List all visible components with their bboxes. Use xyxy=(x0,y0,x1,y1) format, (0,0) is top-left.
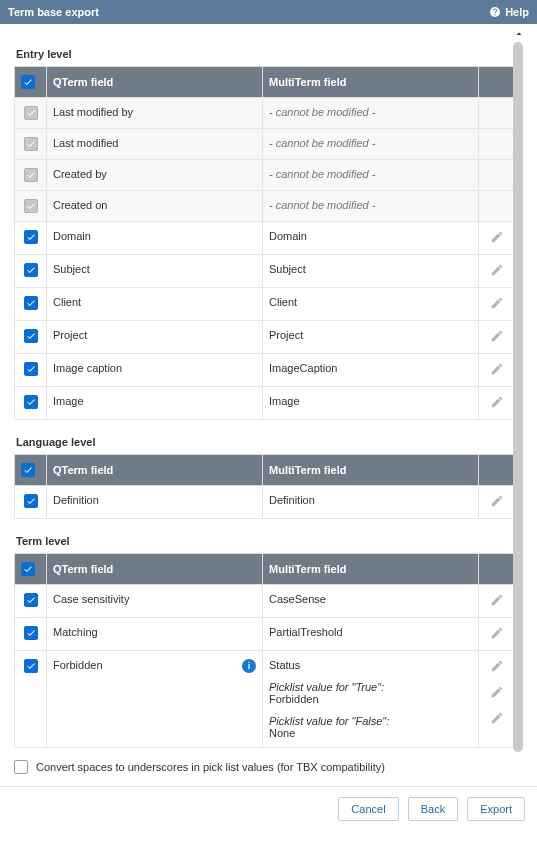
multi-cell: CaseSense xyxy=(269,593,326,605)
row-checkbox xyxy=(24,168,38,182)
multi-cell: - cannot be modified - xyxy=(269,199,375,211)
section-title-language: Language level xyxy=(16,436,515,448)
multi-cell: - cannot be modified - xyxy=(269,168,375,180)
edit-icon[interactable] xyxy=(490,267,504,279)
row-checkbox xyxy=(24,137,38,151)
multi-cell: Status xyxy=(269,659,300,671)
table-row: ImageImage xyxy=(15,387,515,420)
edit-icon[interactable] xyxy=(490,663,504,675)
edit-icon[interactable] xyxy=(490,715,504,727)
table-row: MatchingPartialTreshold xyxy=(15,618,515,651)
qterm-cell: Definition xyxy=(47,486,263,519)
edit-icon[interactable] xyxy=(490,399,504,411)
row-checkbox xyxy=(24,106,38,120)
edit-icon[interactable] xyxy=(490,366,504,378)
multi-cell: ImageCaption xyxy=(269,362,338,374)
qterm-cell: Client xyxy=(47,288,263,321)
table-row: Case sensitivityCaseSense xyxy=(15,585,515,618)
col-qterm: QTerm field xyxy=(47,67,263,98)
qterm-cell: Last modified xyxy=(47,129,263,160)
qterm-cell: Created by xyxy=(47,160,263,191)
row-checkbox[interactable] xyxy=(24,659,38,673)
picklist-false-value: None xyxy=(269,727,295,739)
row-checkbox[interactable] xyxy=(24,296,38,310)
table-row: Image captionImageCaption xyxy=(15,354,515,387)
edit-icon[interactable] xyxy=(490,630,504,642)
info-icon[interactable]: i xyxy=(242,659,256,673)
help-icon xyxy=(489,6,501,18)
qterm-cell: Matching xyxy=(47,618,263,651)
picklist-false-label: Picklist value for "False": xyxy=(269,715,389,727)
select-all-checkbox[interactable] xyxy=(21,562,35,576)
language-table: QTerm fieldMultiTerm fieldDefinitionDefi… xyxy=(14,454,515,519)
row-checkbox[interactable] xyxy=(24,362,38,376)
qterm-cell: Image caption xyxy=(47,354,263,387)
table-row: SubjectSubject xyxy=(15,255,515,288)
section-title-term: Term level xyxy=(16,535,515,547)
multi-cell: PartialTreshold xyxy=(269,626,343,638)
collapse-icon[interactable] xyxy=(513,28,525,40)
help-label: Help xyxy=(505,6,529,18)
table-row: ProjectProject xyxy=(15,321,515,354)
row-checkbox[interactable] xyxy=(24,494,38,508)
table-row: ClientClient xyxy=(15,288,515,321)
convert-checkbox[interactable] xyxy=(14,760,28,774)
multi-cell: Definition xyxy=(269,494,315,506)
edit-icon[interactable] xyxy=(490,597,504,609)
col-qterm: QTerm field xyxy=(47,455,263,486)
row-checkbox xyxy=(24,199,38,213)
row-checkbox[interactable] xyxy=(24,329,38,343)
select-all-checkbox[interactable] xyxy=(21,463,35,477)
multi-cell: - cannot be modified - xyxy=(269,106,375,118)
qterm-cell: Last modified by xyxy=(47,98,263,129)
edit-icon[interactable] xyxy=(490,234,504,246)
table-row: Last modified- cannot be modified - xyxy=(15,129,515,160)
multi-cell: Client xyxy=(269,296,297,308)
multi-cell: Domain xyxy=(269,230,307,242)
col-multi: MultiTerm field xyxy=(263,67,479,98)
row-checkbox[interactable] xyxy=(24,263,38,277)
qterm-cell: Forbiddeni xyxy=(47,651,263,748)
row-checkbox[interactable] xyxy=(24,395,38,409)
edit-icon[interactable] xyxy=(490,333,504,345)
multi-cell: - cannot be modified - xyxy=(269,137,375,149)
row-checkbox[interactable] xyxy=(24,593,38,607)
cancel-button[interactable]: Cancel xyxy=(338,797,398,821)
table-row: Last modified by- cannot be modified - xyxy=(15,98,515,129)
table-row: DefinitionDefinition xyxy=(15,486,515,519)
row-checkbox[interactable] xyxy=(24,230,38,244)
term-table: QTerm fieldMultiTerm fieldCase sensitivi… xyxy=(14,553,515,748)
picklist-true-label: Picklist value for "True": xyxy=(269,681,384,693)
section-title-entry: Entry level xyxy=(16,48,515,60)
qterm-cell: Subject xyxy=(47,255,263,288)
row-checkbox[interactable] xyxy=(24,626,38,640)
qterm-cell: Case sensitivity xyxy=(47,585,263,618)
col-multi: MultiTerm field xyxy=(263,554,479,585)
multi-cell: Subject xyxy=(269,263,306,275)
table-row: DomainDomain xyxy=(15,222,515,255)
qterm-cell: Project xyxy=(47,321,263,354)
qterm-cell: Created on xyxy=(47,191,263,222)
multi-cell: Project xyxy=(269,329,303,341)
table-row: Created on- cannot be modified - xyxy=(15,191,515,222)
edit-icon[interactable] xyxy=(490,498,504,510)
col-qterm: QTerm field xyxy=(47,554,263,585)
help-link[interactable]: Help xyxy=(489,6,529,18)
convert-label: Convert spaces to underscores in pick li… xyxy=(36,761,385,773)
panel-title: Term base export xyxy=(8,6,99,18)
panel-header: Term base export Help xyxy=(0,0,537,24)
footer: Cancel Back Export xyxy=(0,786,537,831)
back-button[interactable]: Back xyxy=(408,797,458,821)
collapse-bar xyxy=(0,24,537,42)
table-row: ForbiddeniStatusPicklist value for "True… xyxy=(15,651,515,748)
select-all-checkbox[interactable] xyxy=(21,75,35,89)
edit-icon[interactable] xyxy=(490,300,504,312)
picklist-true-value: Forbidden xyxy=(269,693,319,705)
scrollbar[interactable] xyxy=(513,42,523,752)
export-button[interactable]: Export xyxy=(467,797,525,821)
qterm-cell: Image xyxy=(47,387,263,420)
table-row: Created by- cannot be modified - xyxy=(15,160,515,191)
multi-cell: Image xyxy=(269,395,300,407)
qterm-cell: Domain xyxy=(47,222,263,255)
edit-icon[interactable] xyxy=(490,689,504,701)
